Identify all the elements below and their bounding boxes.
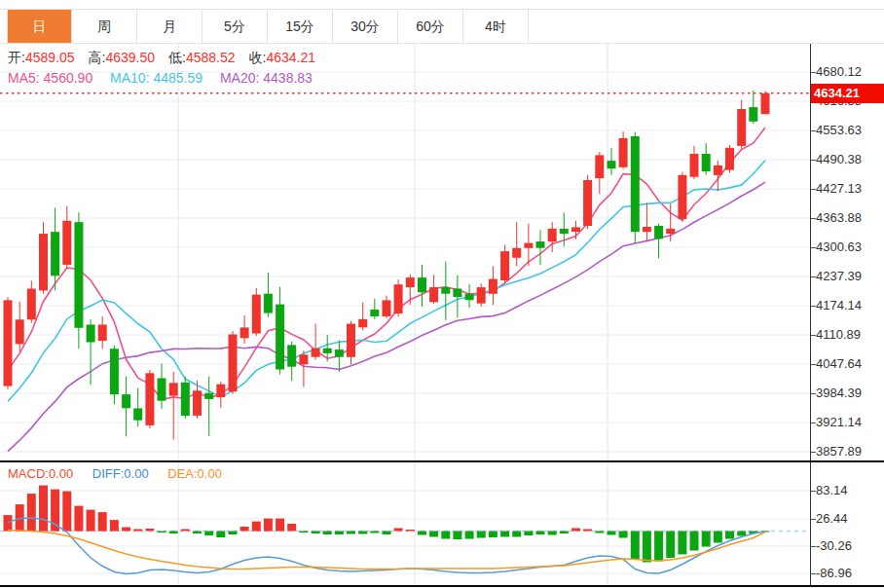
tab-month[interactable]: 月 bbox=[137, 10, 203, 43]
axis-border-line bbox=[810, 44, 811, 586]
macd-hist-bar bbox=[287, 524, 296, 532]
candle-body bbox=[229, 335, 238, 392]
period-tabs: 日周月5分15分30分60分4时 bbox=[7, 10, 529, 43]
candle-body bbox=[536, 241, 545, 248]
macd-hist-bar bbox=[737, 532, 746, 536]
macd-readout: MACD:0.00 DIFF:0.00 DEA:0.00 bbox=[8, 466, 238, 481]
macd-hist-bar bbox=[299, 532, 308, 533]
tab-day[interactable]: 日 bbox=[7, 10, 72, 43]
macd-hist-bar bbox=[252, 522, 261, 532]
macd-hist-bar bbox=[181, 530, 190, 532]
candle-body bbox=[383, 300, 391, 316]
main-candlestick-chart[interactable] bbox=[0, 44, 811, 462]
macd-hist-bar bbox=[27, 494, 36, 531]
axis-tick-label: 3984.39 bbox=[816, 386, 862, 400]
dea-value: DEA:0.00 bbox=[167, 466, 222, 481]
macd-hist-bar bbox=[204, 532, 213, 536]
macd-hist-bar bbox=[276, 519, 284, 532]
macd-hist-bar bbox=[169, 532, 178, 534]
tab-week[interactable]: 周 bbox=[72, 10, 137, 43]
macd-hist-bar bbox=[74, 506, 83, 532]
candle-body bbox=[441, 287, 450, 294]
candle-body bbox=[193, 390, 202, 416]
macd-hist-bar bbox=[240, 527, 249, 532]
ma10-line bbox=[8, 161, 765, 401]
candle-body bbox=[87, 325, 95, 343]
macd-hist-bar bbox=[690, 532, 699, 551]
macd-hist-bar bbox=[145, 529, 154, 532]
axis-tick-label: -30.26 bbox=[816, 538, 852, 553]
candle-body bbox=[666, 229, 675, 234]
macd-hist-bar bbox=[229, 532, 238, 535]
macd-hist-bar bbox=[4, 515, 13, 532]
candle-body bbox=[358, 319, 367, 328]
macd-hist-bar bbox=[122, 528, 130, 532]
low-value: 4588.52 bbox=[186, 50, 236, 65]
candle-body bbox=[571, 227, 580, 232]
tab-60min[interactable]: 60分 bbox=[398, 10, 463, 43]
candle-body bbox=[145, 373, 154, 425]
panel-separator-line bbox=[0, 460, 884, 462]
candle-body bbox=[4, 300, 13, 386]
macd-hist-bar bbox=[524, 532, 533, 536]
axis-tick-label: 4047.64 bbox=[816, 356, 862, 371]
candle-body bbox=[133, 408, 142, 420]
candle-body bbox=[619, 138, 628, 167]
period-tab-bar: 日周月5分15分30分60分4时 bbox=[0, 9, 884, 44]
close-value: 4634.21 bbox=[266, 50, 315, 65]
macd-hist-bar bbox=[512, 532, 521, 537]
candle-body bbox=[761, 93, 770, 114]
macd-hist-bar bbox=[477, 532, 486, 538]
candle-body bbox=[98, 325, 107, 342]
candle-body bbox=[406, 277, 415, 287]
candle-body bbox=[276, 305, 284, 370]
candle-body bbox=[477, 287, 486, 304]
current-price-tag: 4634.21 bbox=[811, 84, 884, 103]
candle-body bbox=[27, 289, 36, 320]
macd-hist-bar bbox=[548, 532, 557, 535]
macd-hist-bar bbox=[347, 532, 355, 534]
axis-tick-label: 4237.39 bbox=[816, 269, 862, 283]
macd-hist-bar bbox=[489, 532, 497, 538]
candle-body bbox=[418, 277, 426, 292]
macd-hist-bar bbox=[608, 532, 616, 535]
candle-body bbox=[347, 324, 355, 357]
candle-body bbox=[299, 354, 308, 364]
candle-body bbox=[714, 165, 722, 175]
macd-hist-bar bbox=[358, 532, 367, 534]
macd-hist-bar bbox=[216, 532, 225, 538]
tab-15min[interactable]: 15分 bbox=[268, 10, 333, 43]
candle-body bbox=[39, 234, 48, 290]
open-value: 4589.05 bbox=[25, 50, 75, 65]
tab-4hour[interactable]: 4时 bbox=[463, 10, 529, 43]
macd-hist-bar bbox=[335, 532, 344, 535]
candle-body bbox=[560, 229, 569, 234]
candle-body bbox=[204, 393, 213, 399]
candle-body bbox=[548, 229, 557, 241]
axis-tick-label: 3921.14 bbox=[816, 415, 862, 429]
axis-tick-label: 4490.38 bbox=[816, 152, 862, 166]
candle-body bbox=[453, 289, 461, 298]
candle-body bbox=[608, 161, 616, 168]
macd-hist-bar bbox=[62, 492, 71, 532]
candle-body bbox=[725, 148, 734, 170]
tab-30min[interactable]: 30分 bbox=[333, 10, 398, 43]
candle-body bbox=[631, 136, 640, 232]
candle-body bbox=[737, 109, 746, 146]
macd-hist-bar bbox=[571, 529, 580, 532]
ohlc-readout: 开:4589.05高:4639.50低:4588.52收:4634.21 bbox=[8, 50, 329, 67]
macd-indicator-chart[interactable] bbox=[0, 462, 811, 586]
macd-hist-bar bbox=[441, 532, 450, 539]
chart-bottom-border bbox=[0, 585, 884, 587]
candle-body bbox=[312, 349, 320, 357]
low-label: 低: bbox=[168, 50, 186, 65]
close-label: 收: bbox=[249, 50, 267, 65]
macd-hist-bar bbox=[110, 520, 119, 532]
macd-hist-bar bbox=[631, 532, 640, 560]
macd-hist-bar bbox=[666, 532, 675, 559]
candle-body bbox=[500, 251, 509, 280]
macd-hist-bar bbox=[560, 532, 569, 534]
tab-5min[interactable]: 5分 bbox=[203, 10, 268, 43]
candle-body bbox=[240, 327, 249, 338]
macd-hist-bar bbox=[158, 532, 166, 533]
